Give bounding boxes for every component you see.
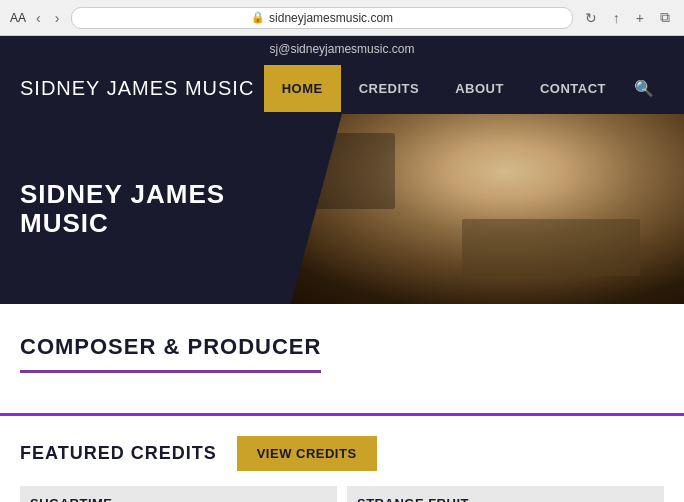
lock-icon: 🔒 xyxy=(251,11,265,24)
email-address[interactable]: sj@sidneyjamesmusic.com xyxy=(270,42,415,56)
logo-part2: MUSIC xyxy=(185,77,254,99)
add-tab-button[interactable]: + xyxy=(632,8,648,28)
forward-button[interactable]: › xyxy=(51,8,64,28)
featured-section: FEATURED CREDITS VIEW CREDITS SUGARTIME … xyxy=(0,416,684,502)
credit-card-title-sugartime: SUGARTIME xyxy=(30,496,327,502)
credit-card-title-strange-fruit: STRANGE FRUIT xyxy=(357,496,654,502)
credit-card-sugartime: SUGARTIME HBO Film Composer/Music Superv… xyxy=(20,486,337,502)
hero-title: SIDNEY JAMES MUSIC xyxy=(20,180,322,237)
hero-section: SIDNEY JAMES MUSIC xyxy=(0,114,684,304)
site-logo[interactable]: SIDNEY JAMES MUSIC xyxy=(20,77,254,100)
view-credits-button[interactable]: VIEW CREDITS xyxy=(237,436,377,471)
search-icon[interactable]: 🔍 xyxy=(624,63,664,114)
back-button[interactable]: ‹ xyxy=(32,8,45,28)
aa-text[interactable]: AA xyxy=(10,11,26,25)
nav-item-credits[interactable]: CREDITS xyxy=(341,65,438,112)
composer-title: COMPOSER & PRODUCER xyxy=(20,334,321,373)
hero-text-area: SIDNEY JAMES MUSIC xyxy=(0,114,342,304)
browser-chrome: AA ‹ › 🔒 sidneyjamesmusic.com ↻ ↑ + ⧉ xyxy=(0,0,684,36)
composer-section: COMPOSER & PRODUCER xyxy=(0,304,684,403)
refresh-button[interactable]: ↻ xyxy=(581,8,601,28)
featured-header: FEATURED CREDITS VIEW CREDITS xyxy=(20,436,664,471)
nav-item-about[interactable]: ABOUT xyxy=(437,65,522,112)
email-bar: sj@sidneyjamesmusic.com xyxy=(0,36,684,62)
featured-title: FEATURED CREDITS xyxy=(20,443,217,464)
credit-card-strange-fruit: STRANGE FRUIT Fencesitter Films Film Com… xyxy=(347,486,664,502)
main-nav: SIDNEY JAMES MUSIC HOME CREDITS ABOUT CO… xyxy=(0,62,684,114)
tabs-button[interactable]: ⧉ xyxy=(656,7,674,28)
browser-controls: AA ‹ › xyxy=(10,8,63,28)
nav-item-home[interactable]: HOME xyxy=(264,65,341,112)
browser-actions: ↻ ↑ + ⧉ xyxy=(581,7,674,28)
nav-menu: HOME CREDITS ABOUT CONTACT 🔍 xyxy=(264,63,664,114)
url-text: sidneyjamesmusic.com xyxy=(269,11,393,25)
address-bar[interactable]: 🔒 sidneyjamesmusic.com xyxy=(71,7,572,29)
credits-grid: SUGARTIME HBO Film Composer/Music Superv… xyxy=(20,486,664,502)
nav-item-contact[interactable]: CONTACT xyxy=(522,65,624,112)
share-button[interactable]: ↑ xyxy=(609,8,624,28)
logo-part1: SIDNEY JAMES xyxy=(20,77,178,99)
